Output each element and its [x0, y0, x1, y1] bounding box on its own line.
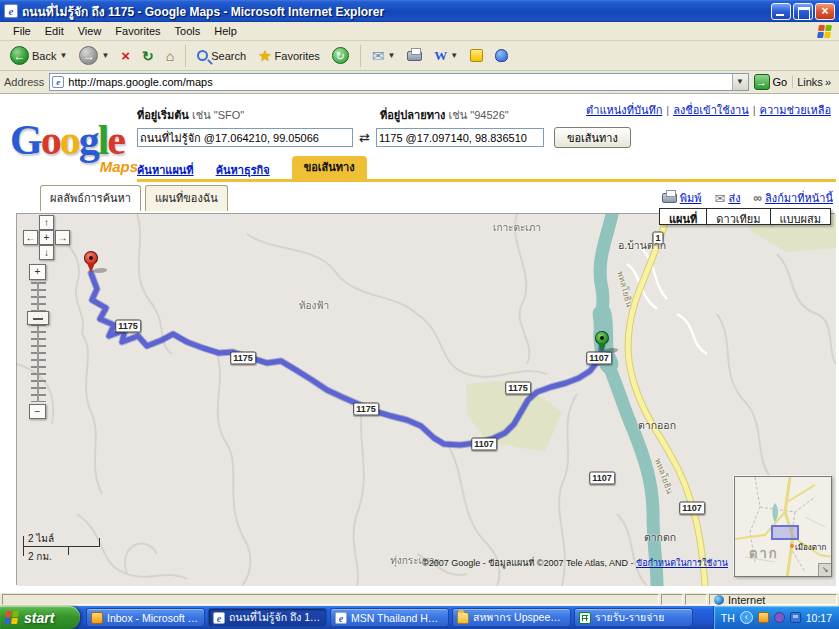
mail-button[interactable]: ✉ ▼	[368, 45, 400, 67]
menu-item-file[interactable]: File	[6, 23, 38, 39]
map-type-1[interactable]: ดาวเทียม	[706, 208, 770, 225]
terms-link[interactable]: ข้อกำหนดในการใช้งาน	[636, 558, 728, 568]
links-toolbar[interactable]: Links »	[792, 76, 835, 88]
map-type-2[interactable]: แบบผสม	[770, 208, 831, 225]
results-tab-0[interactable]: ผลลัพธ์การค้นหา	[40, 185, 141, 211]
pan-up-button[interactable]: ↑	[39, 215, 54, 230]
back-dropdown-icon[interactable]: ▼	[59, 51, 67, 60]
map-type-0[interactable]: แผนที่	[659, 208, 707, 225]
zoom-in-button[interactable]: +	[29, 264, 46, 280]
action-label[interactable]: ส่ง	[728, 189, 740, 207]
edit-dropdown-icon[interactable]: ▼	[450, 51, 458, 60]
task-button-3[interactable]: สหพากร Upspeed 5...	[452, 608, 571, 627]
overview-viewport-rect[interactable]	[771, 525, 799, 540]
ie-icon: e	[335, 612, 347, 624]
zoom-out-button[interactable]: −	[29, 404, 46, 419]
system-tray: TH ‹ 10:17	[713, 606, 839, 629]
language-indicator[interactable]: TH	[721, 612, 735, 624]
tray-chevron-icon[interactable]: ‹	[740, 611, 753, 624]
address-dropdown-icon[interactable]: ▼	[732, 74, 748, 90]
route-shield: 1107	[586, 352, 612, 365]
route-shield: 1175	[115, 320, 141, 333]
overview-collapse-button[interactable]: ↘	[818, 563, 831, 576]
forward-dropdown-icon[interactable]: ▼	[101, 51, 109, 60]
from-input[interactable]	[137, 128, 353, 147]
history-icon: ↻	[332, 47, 349, 64]
get-directions-button[interactable]: ขอเส้นทาง	[554, 127, 631, 148]
messenger-button[interactable]	[491, 47, 512, 64]
action-printer[interactable]: พิมพ์	[662, 189, 702, 207]
action-envelope[interactable]: ✉ส่ง	[715, 189, 741, 207]
ie-page-icon: e	[4, 4, 18, 18]
task-button-0[interactable]: Inbox - Microsoft O...	[86, 608, 205, 627]
account-link[interactable]: ความช่วยเหลือ	[760, 104, 831, 116]
overview-map[interactable]: ตาก เมืองตาก ↘	[734, 476, 832, 577]
refresh-button[interactable]: ↻	[138, 46, 158, 66]
map-label: เกาะตะเภา	[493, 220, 541, 235]
menu-item-view[interactable]: View	[71, 23, 109, 39]
pan-down-button[interactable]: ↓	[39, 245, 54, 260]
tray-network-icon[interactable]	[790, 612, 801, 623]
windows-logo-icon	[817, 25, 834, 38]
end-marker[interactable]	[595, 331, 609, 345]
mode-tab-0[interactable]: ค้นหาแผนที่	[137, 161, 194, 179]
window-title: ถนนที่ไม่รู้จัก ถึง 1175 - Google Maps -…	[22, 2, 771, 21]
pan-right-button[interactable]: →	[55, 230, 70, 245]
address-url: http://maps.google.com/maps	[68, 76, 731, 88]
map-attribution: ©2007 Google - ข้อมูลแผนที่ ©2007 Tele A…	[422, 556, 728, 570]
print-button[interactable]	[403, 49, 426, 63]
menu-item-tools[interactable]: Tools	[168, 23, 208, 39]
route-shield: 1175	[353, 403, 379, 416]
zone-label: Internet	[728, 594, 765, 606]
start-button[interactable]: start	[0, 606, 80, 629]
menu-item-edit[interactable]: Edit	[38, 23, 71, 39]
home-button[interactable]: ⌂	[162, 46, 178, 66]
to-input[interactable]	[376, 128, 544, 147]
zoom-slider-handle[interactable]	[27, 311, 49, 325]
task-button-4[interactable]: รายรับ-รายจ่าย	[574, 608, 693, 627]
zoom-slider[interactable]	[31, 282, 46, 402]
discuss-icon	[470, 49, 483, 62]
discuss-button[interactable]	[466, 47, 487, 64]
tray-volume-icon[interactable]	[774, 612, 785, 623]
swap-icon[interactable]: ⇄	[359, 130, 370, 145]
route-shield: 1107	[589, 472, 615, 485]
word-edit-icon: W	[434, 48, 447, 64]
menu-item-help[interactable]: Help	[207, 23, 244, 39]
maximize-button[interactable]	[793, 3, 813, 20]
account-link[interactable]: ลงชื่อเข้าใช้งาน	[673, 104, 749, 116]
taskbar-tasks: Inbox - Microsoft O...eถนนที่ไม่รู้จัก ถ…	[86, 608, 713, 627]
pan-center-button[interactable]: +	[39, 230, 54, 245]
action-label[interactable]: พิมพ์	[680, 189, 702, 207]
task-button-1[interactable]: eถนนที่ไม่รู้จัก ถึง 117...	[208, 608, 327, 627]
go-button[interactable]: → Go	[754, 74, 788, 90]
menu-item-favorites[interactable]: Favorites	[108, 23, 167, 39]
link-icon: ∞	[754, 191, 763, 205]
start-flag-icon	[4, 611, 21, 624]
stop-button[interactable]: ×	[117, 45, 134, 67]
address-input[interactable]: e http://maps.google.com/maps ▼	[49, 73, 748, 91]
action-label[interactable]: ลิงก์มาที่หน้านี้	[765, 189, 833, 207]
close-button[interactable]: ×	[815, 3, 835, 20]
map-canvas[interactable]: 111751175117511751107110711071107 เกาะตะ…	[16, 213, 835, 585]
results-tab-1[interactable]: แผนที่ของฉัน	[145, 185, 228, 211]
forward-button[interactable]: → ▼	[75, 44, 113, 67]
back-button[interactable]: ← Back ▼	[6, 44, 71, 67]
task-button-2[interactable]: eMSN Thailand Home...	[330, 608, 449, 627]
map-actions: พิมพ์✉ส่ง∞ลิงก์มาที่หน้านี้	[654, 189, 833, 207]
status-pane	[661, 594, 683, 605]
tray-outlook-icon[interactable]	[758, 612, 769, 623]
edit-button[interactable]: W ▼	[430, 46, 462, 66]
mail-dropdown-icon[interactable]: ▼	[387, 51, 395, 60]
mode-tab-1[interactable]: ค้นหาธุรกิจ	[216, 161, 270, 179]
printer-icon	[662, 193, 677, 203]
start-marker[interactable]	[84, 251, 98, 265]
task-label: MSN Thailand Home...	[351, 612, 444, 624]
mode-tab-2[interactable]: ขอเส้นทาง	[292, 156, 367, 179]
history-button[interactable]: ↻	[328, 45, 353, 66]
favorites-button[interactable]: ★ Favorites	[254, 45, 324, 67]
action-link[interactable]: ∞ลิงก์มาที่หน้านี้	[754, 189, 833, 207]
pan-left-button[interactable]: ←	[23, 230, 38, 245]
minimize-button[interactable]	[771, 3, 791, 20]
search-button[interactable]: Search	[193, 48, 250, 64]
